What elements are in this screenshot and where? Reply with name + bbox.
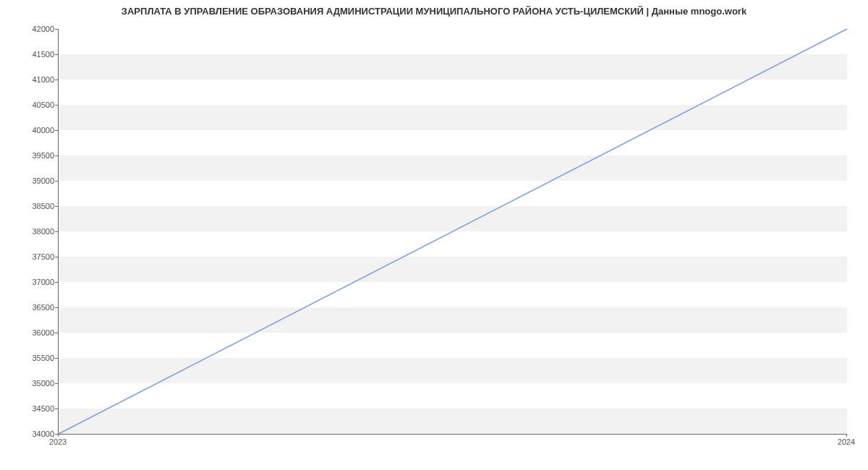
x-tick-label: 2023	[49, 437, 67, 446]
y-tick-mark	[55, 409, 58, 409]
y-tick-label: 38500	[4, 202, 54, 210]
y-tick-label: 34500	[4, 404, 54, 413]
x-tick-mark	[58, 434, 59, 437]
data-line	[59, 29, 847, 434]
plot-area	[58, 29, 847, 435]
x-tick-label: 2024	[838, 437, 855, 446]
chart-line-svg	[59, 29, 847, 434]
y-tick-mark	[55, 307, 58, 308]
y-tick-label: 34000	[4, 430, 54, 438]
y-tick-label: 39000	[4, 176, 54, 185]
chart-container: ЗАРПЛАТА В УПРАВЛЕНИЕ ОБРАЗОВАНИЯ АДМИНИ…	[0, 0, 868, 470]
y-tick-mark	[55, 333, 58, 333]
y-tick-label: 36000	[4, 328, 54, 337]
y-tick-mark	[55, 206, 58, 207]
y-tick-mark	[55, 231, 58, 232]
y-tick-label: 37000	[4, 278, 54, 286]
y-tick-label: 42000	[4, 25, 54, 33]
y-tick-label: 35500	[4, 354, 54, 362]
y-tick-label: 38000	[4, 227, 54, 236]
y-tick-label: 41500	[4, 50, 54, 59]
y-tick-mark	[55, 29, 58, 30]
y-tick-label: 41000	[4, 75, 54, 84]
y-tick-mark	[55, 282, 58, 283]
y-tick-label: 36500	[4, 303, 54, 312]
y-tick-label: 39500	[4, 151, 54, 160]
y-tick-mark	[55, 130, 58, 131]
y-tick-label: 35000	[4, 379, 54, 388]
y-tick-mark	[55, 358, 58, 359]
y-tick-mark	[55, 257, 58, 257]
y-tick-mark	[55, 54, 58, 55]
x-tick-mark	[846, 434, 847, 437]
chart-title: ЗАРПЛАТА В УПРАВЛЕНИЕ ОБРАЗОВАНИЯ АДМИНИ…	[0, 6, 868, 17]
y-tick-mark	[55, 80, 58, 80]
y-tick-label: 37500	[4, 252, 54, 261]
y-tick-mark	[55, 105, 58, 106]
y-tick-label: 40500	[4, 101, 54, 109]
y-tick-mark	[55, 155, 58, 156]
y-tick-mark	[55, 181, 58, 181]
y-tick-label: 40000	[4, 126, 54, 134]
y-tick-mark	[55, 383, 58, 384]
